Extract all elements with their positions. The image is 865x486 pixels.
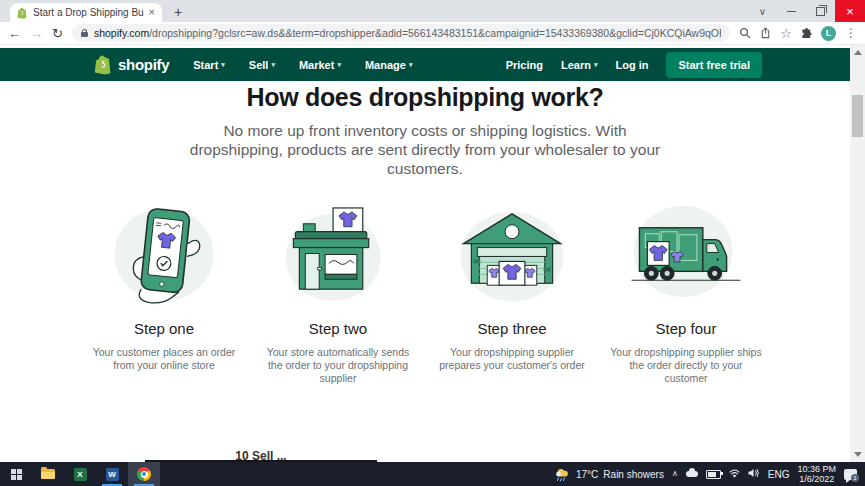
start-button[interactable] (0, 462, 32, 486)
url-domain: shopify.com (94, 27, 149, 39)
weather-condition: Rain showers (603, 469, 664, 480)
word-icon: W (106, 468, 119, 481)
shopify-favicon (17, 7, 28, 19)
caret-down-icon: ▾ (594, 61, 598, 69)
step-description: Your dropshipping supplier ships the ord… (599, 346, 773, 385)
step-three-column: Step three Your dropshipping supplier pr… (425, 202, 599, 385)
back-button[interactable]: ← (8, 27, 21, 40)
shopify-bag-icon (94, 54, 113, 75)
step-description: Your store automatically sends the order… (251, 346, 425, 385)
step-title: Step two (251, 320, 425, 337)
url-text[interactable]: shopify.com/dropshipping?gclsrc=aw.ds&&t… (94, 27, 721, 39)
caret-down-icon: ▾ (409, 61, 413, 69)
profile-avatar[interactable]: L (821, 26, 836, 41)
minimize-button[interactable] (777, 0, 806, 22)
volume-icon[interactable] (748, 468, 760, 480)
wifi-icon[interactable] (729, 468, 740, 480)
nav-item-pricing[interactable]: Pricing (506, 59, 543, 71)
battery-icon[interactable] (706, 470, 721, 479)
system-tray: 17°C Rain showers ∧ ENG 10:36 PM 1/6/202… (554, 464, 865, 484)
folder-icon (41, 469, 55, 479)
tab-title: Start a Drop Shipping Business - (33, 7, 144, 18)
step-description: Your customer places an order from your … (77, 346, 251, 372)
notification-badge: 1 (851, 474, 859, 482)
start-free-trial-button[interactable]: Start free trial (666, 52, 762, 78)
refresh-button[interactable]: ↻ (52, 27, 63, 40)
screen: Start a Drop Shipping Business - × + ∨ ×… (0, 0, 865, 486)
step-title: Step four (599, 320, 773, 337)
scrollbar-thumb[interactable] (852, 95, 863, 137)
lock-icon[interactable] (81, 32, 88, 37)
step-description: Your dropshipping supplier prepares your… (425, 346, 599, 372)
restore-button[interactable] (806, 0, 835, 22)
window-controls: ∨ × (748, 0, 865, 22)
restore-icon (816, 7, 825, 16)
chrome-button[interactable] (128, 462, 160, 486)
storefront-illustration (263, 202, 413, 306)
nav-item-market[interactable]: Market▾ (299, 59, 341, 71)
nav-item-sell[interactable]: Sell▾ (249, 59, 275, 71)
step-four-column: Step four Your dropshipping supplier shi… (599, 202, 773, 385)
nav-item-login[interactable]: Log in (615, 59, 648, 71)
scroll-up-arrow-icon[interactable] (854, 50, 862, 55)
notification-center-icon[interactable]: 1 (844, 469, 857, 480)
scroll-down-arrow-icon[interactable] (854, 452, 862, 457)
file-explorer-button[interactable] (32, 462, 64, 486)
window-menu-chevron-icon[interactable]: ∨ (748, 0, 777, 22)
step-title: Step three (425, 320, 599, 337)
close-window-button[interactable]: × (835, 0, 865, 22)
page-scrollbar[interactable] (850, 45, 865, 462)
date-text: 1/6/2022 (797, 474, 836, 484)
warehouse-illustration (437, 202, 587, 306)
brand-wordmark: shopify (118, 56, 169, 73)
clock[interactable]: 10:36 PM 1/6/2022 (797, 464, 836, 484)
weather-temp: 17°C (576, 469, 598, 480)
tray-chevron-up-icon[interactable]: ∧ (672, 470, 678, 478)
nav-item-start[interactable]: Start▾ (193, 59, 225, 71)
delivery-truck-illustration (611, 202, 761, 306)
caret-down-icon: ▾ (271, 61, 275, 69)
browser-menu-icon[interactable]: ⋮ (845, 27, 857, 39)
search-icon[interactable] (739, 27, 751, 39)
step-title: Step one (77, 320, 251, 337)
caret-down-icon: ▾ (337, 61, 341, 69)
onedrive-cloud-icon[interactable] (686, 471, 698, 477)
step-two-column: Step two Your store automatically sends … (251, 202, 425, 385)
browser-tab-strip: Start a Drop Shipping Business - × + ∨ × (0, 0, 865, 22)
language-indicator[interactable]: ENG (768, 469, 790, 480)
windows-logo-icon (11, 469, 22, 480)
browser-tab[interactable]: Start a Drop Shipping Business - × (10, 3, 162, 22)
minimize-icon (787, 11, 796, 12)
word-button[interactable]: W (96, 462, 128, 486)
url-path: /dropshipping?gclsrc=aw.ds&&term=dropshi… (149, 27, 721, 39)
steps-row: Step one Your customer places an order f… (77, 202, 773, 385)
address-bar[interactable]: shopify.com/dropshipping?gclsrc=aw.ds&&t… (72, 24, 730, 42)
clipped-next-section-text: 10 Sell ... (145, 449, 377, 462)
browser-toolbar: ← → ↻ shopify.com/dropshipping?gclsrc=aw… (0, 22, 865, 45)
page-subtitle: No more up front inventory costs or ship… (186, 121, 664, 178)
weather-widget[interactable]: 17°C Rain showers (554, 467, 664, 482)
rain-cloud-icon (554, 467, 571, 482)
shopify-logo[interactable]: shopify (94, 54, 169, 75)
new-tab-button[interactable]: + (170, 4, 186, 20)
nav-item-learn[interactable]: Learn▾ (561, 59, 597, 71)
extensions-icon[interactable] (801, 28, 812, 39)
chrome-icon (137, 467, 151, 481)
time-text: 10:36 PM (797, 464, 836, 474)
page-content: shopify Start▾ Sell▾ Market▾ Manage▾ Pri… (0, 45, 850, 462)
forward-button[interactable]: → (30, 27, 43, 40)
share-icon[interactable] (760, 27, 771, 39)
tab-close-icon[interactable]: × (149, 7, 155, 18)
caret-down-icon: ▾ (221, 61, 225, 69)
page-title: How does dropshipping work? (0, 83, 850, 112)
nav-item-manage[interactable]: Manage▾ (365, 59, 412, 71)
bookmark-star-icon[interactable]: ☆ (780, 27, 792, 40)
taskbar: X W 17°C Rain showers ∧ (0, 462, 865, 486)
phone-order-illustration (89, 202, 239, 306)
shopify-nav: shopify Start▾ Sell▾ Market▾ Manage▾ Pri… (0, 48, 850, 81)
step-one-column: Step one Your customer places an order f… (77, 202, 251, 385)
excel-button[interactable]: X (64, 462, 96, 486)
excel-icon: X (74, 468, 87, 481)
